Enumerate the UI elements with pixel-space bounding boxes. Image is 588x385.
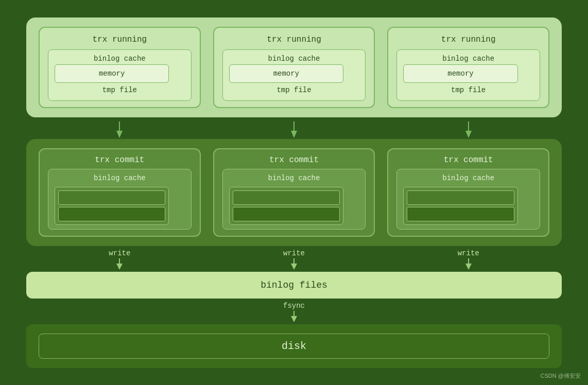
fsync-label: fsync — [283, 302, 305, 310]
svg-marker-7 — [116, 264, 123, 270]
binlog-cache-dark-1: binlog cache — [48, 169, 192, 230]
trx-commit-title-2: trx commit — [269, 155, 319, 165]
memory-box-1: memory — [55, 64, 169, 83]
trx-running-title-2: trx running — [267, 34, 321, 45]
inner-data-box-3 — [403, 187, 517, 225]
tmp-file-label-3: tmp file — [403, 84, 533, 96]
arrow-down-2 — [213, 121, 375, 138]
svg-marker-1 — [116, 131, 123, 138]
disk-section: disk — [26, 324, 562, 368]
watermark: CSDN @傅安安 — [541, 372, 581, 380]
memory-box-3: memory — [403, 64, 517, 83]
tmp-file-label-1: tmp file — [55, 84, 185, 96]
svg-marker-9 — [291, 264, 297, 270]
disk-label: disk — [282, 340, 306, 352]
binlog-cache-label-1: binlog cache — [94, 55, 146, 63]
data-row-top-1 — [58, 190, 165, 205]
write-label-3: write — [458, 249, 479, 257]
memory-label-3: memory — [447, 69, 473, 78]
arrow-down-3 — [387, 121, 549, 138]
write-label-2: write — [283, 249, 305, 257]
write-label-1: write — [109, 249, 130, 257]
trx-running-title-3: trx running — [441, 34, 496, 45]
svg-marker-13 — [291, 316, 297, 322]
memory-label-1: memory — [99, 69, 125, 78]
trx-running-box-1: trx running binlog cache memory tmp file — [39, 27, 201, 108]
data-row-top-3 — [407, 190, 514, 205]
binlog-cache-label-3: binlog cache — [442, 55, 494, 63]
write-arrow-2: write — [213, 249, 375, 270]
binlog-cache-light-2: binlog cache memory tmp file — [222, 49, 366, 101]
svg-marker-11 — [465, 264, 472, 270]
data-row-top-2 — [233, 190, 340, 205]
data-row-bottom-1 — [58, 207, 165, 221]
binlog-cache-dark-3: binlog cache — [396, 169, 540, 230]
tmp-file-label-2: tmp file — [229, 84, 359, 96]
trx-commit-title-3: trx commit — [444, 155, 493, 165]
trx-running-box-2: trx running binlog cache memory tmp file — [213, 27, 375, 108]
write-arrows-row: write write write — [26, 249, 562, 272]
binlog-cache-light-1: binlog cache memory tmp file — [48, 49, 192, 101]
svg-marker-5 — [465, 131, 472, 138]
binlog-cache-label-2: binlog cache — [268, 55, 320, 63]
binlog-cache-dark-2: binlog cache — [222, 169, 366, 230]
binlog-cache-light-3: binlog cache memory tmp file — [396, 49, 540, 101]
trx-running-title-1: trx running — [93, 34, 147, 45]
fsync-row: fsync — [26, 302, 562, 324]
trx-commit-box-3: trx commit binlog cache — [387, 148, 549, 237]
inner-data-box-2 — [229, 187, 343, 225]
arrows-row — [26, 120, 562, 139]
memory-label-2: memory — [273, 69, 299, 78]
binlog-cache-dark-label-3: binlog cache — [442, 174, 494, 182]
top-section: trx running binlog cache memory tmp file… — [26, 18, 562, 117]
trx-running-box-3: trx running binlog cache memory tmp file — [387, 27, 549, 108]
trx-commit-box-2: trx commit binlog cache — [213, 148, 375, 237]
main-container: trx running binlog cache memory tmp file… — [16, 7, 572, 378]
memory-box-2: memory — [229, 64, 343, 83]
binlog-files-section: binlog files — [26, 272, 562, 299]
middle-section: trx commit binlog cache trx commit binlo… — [26, 139, 562, 246]
trx-commit-title-1: trx commit — [95, 155, 144, 165]
disk-inner: disk — [39, 334, 549, 359]
write-arrow-1: write — [39, 249, 201, 270]
inner-data-box-1 — [55, 187, 169, 225]
write-arrow-3: write — [387, 249, 549, 270]
svg-marker-3 — [291, 131, 297, 138]
arrow-down-1 — [39, 121, 201, 138]
binlog-cache-dark-label-1: binlog cache — [94, 174, 146, 182]
trx-commit-box-1: trx commit binlog cache — [39, 148, 201, 237]
binlog-cache-dark-label-2: binlog cache — [268, 174, 320, 182]
data-row-bottom-2 — [233, 207, 340, 221]
data-row-bottom-3 — [407, 207, 514, 221]
binlog-files-label: binlog files — [261, 280, 327, 290]
